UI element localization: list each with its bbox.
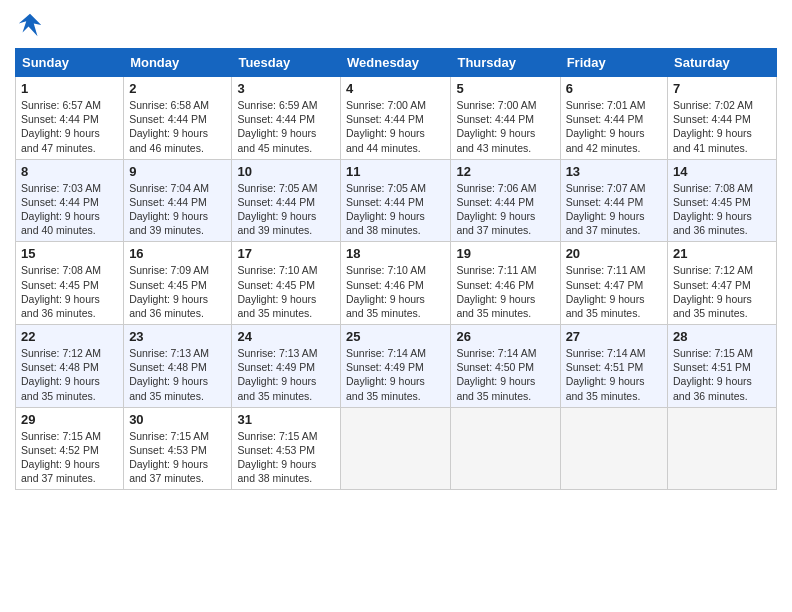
day-number: 16 [129, 246, 226, 261]
weekday-header-friday: Friday [560, 49, 667, 77]
day-info: Sunrise: 7:14 AMSunset: 4:49 PMDaylight:… [346, 346, 445, 403]
day-number: 14 [673, 164, 771, 179]
calendar-cell: 21Sunrise: 7:12 AMSunset: 4:47 PMDayligh… [668, 242, 777, 325]
day-number: 28 [673, 329, 771, 344]
calendar-cell: 14Sunrise: 7:08 AMSunset: 4:45 PMDayligh… [668, 159, 777, 242]
svg-marker-0 [19, 14, 42, 37]
day-number: 4 [346, 81, 445, 96]
day-info: Sunrise: 7:05 AMSunset: 4:44 PMDaylight:… [237, 181, 335, 238]
weekday-header-tuesday: Tuesday [232, 49, 341, 77]
weekday-header-saturday: Saturday [668, 49, 777, 77]
calendar-cell: 20Sunrise: 7:11 AMSunset: 4:47 PMDayligh… [560, 242, 667, 325]
day-info: Sunrise: 7:05 AMSunset: 4:44 PMDaylight:… [346, 181, 445, 238]
calendar-cell: 22Sunrise: 7:12 AMSunset: 4:48 PMDayligh… [16, 325, 124, 408]
weekday-header-thursday: Thursday [451, 49, 560, 77]
day-info: Sunrise: 7:12 AMSunset: 4:47 PMDaylight:… [673, 263, 771, 320]
day-info: Sunrise: 7:06 AMSunset: 4:44 PMDaylight:… [456, 181, 554, 238]
day-info: Sunrise: 7:15 AMSunset: 4:52 PMDaylight:… [21, 429, 118, 486]
day-number: 19 [456, 246, 554, 261]
calendar-cell: 12Sunrise: 7:06 AMSunset: 4:44 PMDayligh… [451, 159, 560, 242]
calendar-cell: 6Sunrise: 7:01 AMSunset: 4:44 PMDaylight… [560, 77, 667, 160]
day-number: 31 [237, 412, 335, 427]
calendar-cell: 29Sunrise: 7:15 AMSunset: 4:52 PMDayligh… [16, 407, 124, 490]
day-info: Sunrise: 7:07 AMSunset: 4:44 PMDaylight:… [566, 181, 662, 238]
calendar-cell: 16Sunrise: 7:09 AMSunset: 4:45 PMDayligh… [124, 242, 232, 325]
day-info: Sunrise: 6:58 AMSunset: 4:44 PMDaylight:… [129, 98, 226, 155]
day-info: Sunrise: 7:00 AMSunset: 4:44 PMDaylight:… [346, 98, 445, 155]
day-info: Sunrise: 7:01 AMSunset: 4:44 PMDaylight:… [566, 98, 662, 155]
calendar-header-row: SundayMondayTuesdayWednesdayThursdayFrid… [16, 49, 777, 77]
day-number: 21 [673, 246, 771, 261]
day-number: 10 [237, 164, 335, 179]
day-info: Sunrise: 6:57 AMSunset: 4:44 PMDaylight:… [21, 98, 118, 155]
day-info: Sunrise: 7:03 AMSunset: 4:44 PMDaylight:… [21, 181, 118, 238]
day-number: 12 [456, 164, 554, 179]
day-number: 8 [21, 164, 118, 179]
day-info: Sunrise: 6:59 AMSunset: 4:44 PMDaylight:… [237, 98, 335, 155]
day-info: Sunrise: 7:02 AMSunset: 4:44 PMDaylight:… [673, 98, 771, 155]
day-number: 20 [566, 246, 662, 261]
calendar-cell: 10Sunrise: 7:05 AMSunset: 4:44 PMDayligh… [232, 159, 341, 242]
day-number: 30 [129, 412, 226, 427]
calendar-cell: 9Sunrise: 7:04 AMSunset: 4:44 PMDaylight… [124, 159, 232, 242]
header [15, 10, 777, 40]
logo [15, 10, 49, 40]
day-info: Sunrise: 7:08 AMSunset: 4:45 PMDaylight:… [21, 263, 118, 320]
day-number: 23 [129, 329, 226, 344]
day-number: 15 [21, 246, 118, 261]
weekday-header-wednesday: Wednesday [341, 49, 451, 77]
calendar-week-1: 1Sunrise: 6:57 AMSunset: 4:44 PMDaylight… [16, 77, 777, 160]
day-number: 22 [21, 329, 118, 344]
calendar-cell: 27Sunrise: 7:14 AMSunset: 4:51 PMDayligh… [560, 325, 667, 408]
day-info: Sunrise: 7:00 AMSunset: 4:44 PMDaylight:… [456, 98, 554, 155]
calendar-week-5: 29Sunrise: 7:15 AMSunset: 4:52 PMDayligh… [16, 407, 777, 490]
calendar-cell: 15Sunrise: 7:08 AMSunset: 4:45 PMDayligh… [16, 242, 124, 325]
day-info: Sunrise: 7:08 AMSunset: 4:45 PMDaylight:… [673, 181, 771, 238]
calendar-cell: 18Sunrise: 7:10 AMSunset: 4:46 PMDayligh… [341, 242, 451, 325]
day-number: 7 [673, 81, 771, 96]
page-container: SundayMondayTuesdayWednesdayThursdayFrid… [0, 0, 792, 612]
calendar-cell: 24Sunrise: 7:13 AMSunset: 4:49 PMDayligh… [232, 325, 341, 408]
calendar-cell: 5Sunrise: 7:00 AMSunset: 4:44 PMDaylight… [451, 77, 560, 160]
calendar-cell: 25Sunrise: 7:14 AMSunset: 4:49 PMDayligh… [341, 325, 451, 408]
calendar-cell: 11Sunrise: 7:05 AMSunset: 4:44 PMDayligh… [341, 159, 451, 242]
day-info: Sunrise: 7:10 AMSunset: 4:45 PMDaylight:… [237, 263, 335, 320]
calendar-cell: 26Sunrise: 7:14 AMSunset: 4:50 PMDayligh… [451, 325, 560, 408]
weekday-header-monday: Monday [124, 49, 232, 77]
calendar-cell: 23Sunrise: 7:13 AMSunset: 4:48 PMDayligh… [124, 325, 232, 408]
day-info: Sunrise: 7:15 AMSunset: 4:53 PMDaylight:… [129, 429, 226, 486]
day-info: Sunrise: 7:11 AMSunset: 4:46 PMDaylight:… [456, 263, 554, 320]
day-number: 25 [346, 329, 445, 344]
day-info: Sunrise: 7:15 AMSunset: 4:53 PMDaylight:… [237, 429, 335, 486]
calendar-cell: 7Sunrise: 7:02 AMSunset: 4:44 PMDaylight… [668, 77, 777, 160]
calendar-cell [668, 407, 777, 490]
day-info: Sunrise: 7:11 AMSunset: 4:47 PMDaylight:… [566, 263, 662, 320]
calendar-week-4: 22Sunrise: 7:12 AMSunset: 4:48 PMDayligh… [16, 325, 777, 408]
calendar-cell: 19Sunrise: 7:11 AMSunset: 4:46 PMDayligh… [451, 242, 560, 325]
day-number: 2 [129, 81, 226, 96]
calendar-cell [560, 407, 667, 490]
calendar-cell: 13Sunrise: 7:07 AMSunset: 4:44 PMDayligh… [560, 159, 667, 242]
calendar-cell: 3Sunrise: 6:59 AMSunset: 4:44 PMDaylight… [232, 77, 341, 160]
calendar-week-3: 15Sunrise: 7:08 AMSunset: 4:45 PMDayligh… [16, 242, 777, 325]
day-info: Sunrise: 7:15 AMSunset: 4:51 PMDaylight:… [673, 346, 771, 403]
calendar-cell: 4Sunrise: 7:00 AMSunset: 4:44 PMDaylight… [341, 77, 451, 160]
calendar-week-2: 8Sunrise: 7:03 AMSunset: 4:44 PMDaylight… [16, 159, 777, 242]
day-number: 27 [566, 329, 662, 344]
day-number: 24 [237, 329, 335, 344]
day-number: 1 [21, 81, 118, 96]
day-info: Sunrise: 7:09 AMSunset: 4:45 PMDaylight:… [129, 263, 226, 320]
calendar-cell: 17Sunrise: 7:10 AMSunset: 4:45 PMDayligh… [232, 242, 341, 325]
day-number: 26 [456, 329, 554, 344]
logo-bird-icon [15, 10, 45, 40]
day-info: Sunrise: 7:14 AMSunset: 4:51 PMDaylight:… [566, 346, 662, 403]
calendar-cell: 8Sunrise: 7:03 AMSunset: 4:44 PMDaylight… [16, 159, 124, 242]
calendar-cell [451, 407, 560, 490]
day-number: 11 [346, 164, 445, 179]
day-info: Sunrise: 7:14 AMSunset: 4:50 PMDaylight:… [456, 346, 554, 403]
day-number: 29 [21, 412, 118, 427]
weekday-header-sunday: Sunday [16, 49, 124, 77]
day-info: Sunrise: 7:13 AMSunset: 4:48 PMDaylight:… [129, 346, 226, 403]
calendar-cell: 28Sunrise: 7:15 AMSunset: 4:51 PMDayligh… [668, 325, 777, 408]
day-number: 3 [237, 81, 335, 96]
